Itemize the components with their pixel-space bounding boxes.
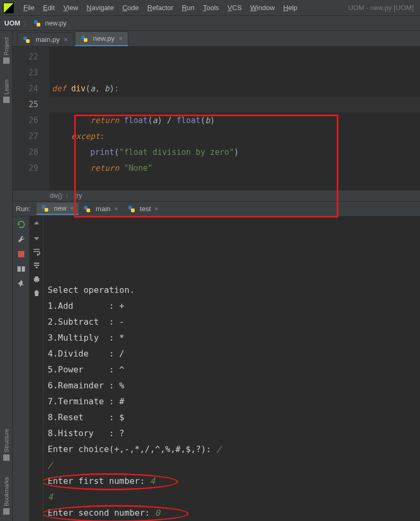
menu-window[interactable]: Window [246,2,279,14]
left-tool-rail[interactable]: ProjectLearn StructureBookmarks [0,31,13,521]
console-line: 3.Multiply : * [48,330,420,346]
menu-navigate[interactable]: Navigate [82,2,118,14]
code-breadcrumb: div() 〉 try [13,190,420,202]
close-icon[interactable]: × [64,36,68,44]
code-crumb-fn[interactable]: div() [50,192,62,199]
svg-rect-1 [18,266,21,272]
breadcrumb-bar: UOM 〉 new.py [0,16,420,31]
line-number: 22 [13,49,38,65]
menu-vcs[interactable]: VCS [223,2,246,14]
svg-rect-0 [18,251,24,257]
menu-refactor[interactable]: Refactor [143,2,178,14]
code-line[interactable]: return "None" [50,160,420,176]
app-icon [3,3,14,13]
line-number: 29 [13,160,38,176]
wrench-icon[interactable] [16,235,26,244]
editor-tab-new-py[interactable]: new.py× [75,31,129,46]
python-icon [128,205,135,213]
code-crumb-block[interactable]: try [75,192,82,199]
code-line[interactable]: print("float division by zero") [50,144,420,160]
rerun-icon[interactable] [16,220,26,229]
menu-file[interactable]: File [19,2,39,14]
console-line: Select operation. [48,282,420,298]
run-header: Run: new×main×test× [13,202,420,216]
line-number: 25 [13,97,38,112]
run-tab-new[interactable]: new× [37,203,78,215]
rail-bookmarks[interactable]: Bookmarks [3,477,10,515]
line-number: 26 [13,112,38,128]
menu-edit[interactable]: Edit [39,2,59,14]
rail-project[interactable]: Project [3,37,10,64]
line-number: 27 [13,128,38,144]
console-line: 7.Terminate : # [48,394,420,410]
console-line: Enter choice(+,-,*,/,^,%,#,$,?): / [48,441,420,457]
breadcrumb-project[interactable]: UOM [4,19,20,27]
python-icon [81,35,88,42]
code-area[interactable]: def div(a, b): try: return float(a) / fl… [50,47,420,190]
code-line[interactable] [50,49,420,65]
svg-rect-4 [35,276,38,278]
pin-icon[interactable] [16,279,26,289]
code-line[interactable]: def div(a, b): [50,81,420,97]
close-icon[interactable]: × [119,35,122,42]
console-line: 4 [48,489,420,505]
console-line: 1.Add : + [48,298,420,314]
run-tab-test[interactable]: test× [123,203,163,215]
close-icon[interactable]: × [155,205,159,213]
breadcrumb-separator: 〉 [23,19,30,28]
run-tab-main[interactable]: main× [78,203,122,215]
window-title: UOM - new.py [UOM] [345,4,417,12]
trash-icon[interactable] [32,289,41,297]
code-line[interactable]: except: [50,128,420,144]
menu-tools[interactable]: Tools [199,2,223,14]
python-icon [33,20,41,27]
console-line: Enter second number: 0 [48,505,420,521]
run-label: Run: [16,205,30,213]
line-gutter: 2223242526272829 [13,47,42,190]
console-line: Enter first number: 4 [48,473,420,489]
print-icon[interactable] [32,275,41,283]
console-line: / [48,457,420,473]
run-toolbar-mid[interactable] [30,216,43,521]
console-line: 5.Power : ^ [48,362,420,378]
crumb-sep: 〉 [65,192,72,201]
editor-tab-main-py[interactable]: main.py× [17,32,74,46]
console-line: 2.Subtract : - [48,314,420,330]
scroll-to-end-icon[interactable] [32,261,41,270]
code-line[interactable] [50,65,420,81]
python-icon [23,36,30,44]
line-number: 23 [13,65,38,81]
console-output[interactable]: Select operation.1.Add : +2.Subtract : -… [43,216,420,521]
up-icon[interactable] [32,220,41,228]
console-line: 8.Reset : $ [48,410,420,426]
down-icon[interactable] [32,233,41,242]
close-icon[interactable]: × [115,205,118,213]
rail-learn[interactable]: Learn [3,80,10,103]
layout-icon[interactable] [16,264,26,274]
menubar[interactable]: FileEditViewNavigateCodeRefactorRunTools… [0,0,420,16]
run-toolbar-left[interactable] [13,216,30,521]
console-line: 6.Remainder : % [48,378,420,394]
svg-rect-2 [22,266,25,272]
menu-run[interactable]: Run [178,2,199,14]
current-line-highlight [50,97,420,112]
menu-code[interactable]: Code [118,2,143,14]
menu-help[interactable]: Help [279,2,302,14]
run-tool-window[interactable]: Run: new×main×test× [13,202,420,521]
python-icon [41,205,49,212]
line-number: 28 [13,144,38,160]
code-editor[interactable]: 2223242526272829 def div(a, b): try: ret… [13,47,420,190]
rail-structure[interactable]: Structure [3,429,10,461]
svg-rect-5 [35,281,38,282]
stop-icon[interactable] [16,249,26,259]
breadcrumb-file[interactable]: new.py [33,19,66,28]
soft-wrap-icon[interactable] [32,247,41,256]
line-number: 24 [13,81,38,97]
python-icon [83,205,91,213]
code-line[interactable]: return float(a) / float(b) [50,112,420,128]
editor-tabs[interactable]: main.py×new.py× [13,31,420,47]
console-line: 4.Divide : / [48,346,420,362]
menu-view[interactable]: View [59,2,82,14]
close-icon[interactable]: × [70,205,74,212]
fold-strip [42,47,50,190]
